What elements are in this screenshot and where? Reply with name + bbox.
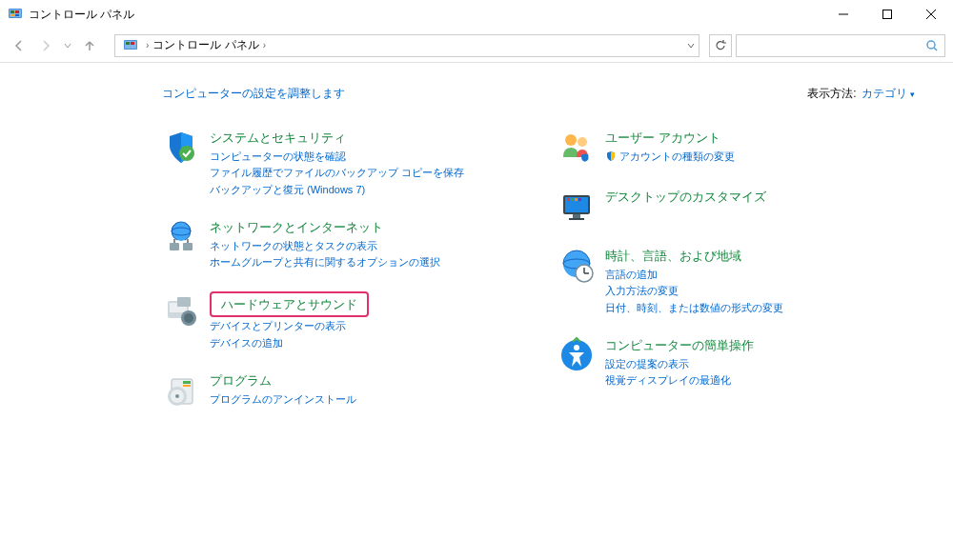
category-link[interactable]: デバイスの追加 [210,335,369,351]
svg-rect-40 [567,198,570,201]
svg-point-16 [179,146,194,161]
category-item: システムとセキュリティコンピューターの状態を確認ファイル履歴でファイルのバックア… [162,129,519,197]
svg-rect-42 [575,198,578,201]
search-input[interactable] [742,39,925,52]
category-title[interactable]: システムとセキュリティ [210,129,464,148]
app-icon [8,7,23,22]
svg-point-14 [927,41,935,49]
category-item: ハードウェアとサウンドデバイスとプリンターの表示デバイスの追加 [162,291,519,351]
chevron-right-icon: › [263,40,266,50]
uac-shield-icon [605,150,619,162]
refresh-button[interactable] [709,34,732,57]
close-button[interactable] [909,0,953,29]
category-item: コンピューターの簡単操作設定の提案の表示視覚ディスプレイの最適化 [558,336,915,389]
category-title[interactable]: 時計、言語、および地域 [605,247,783,266]
svg-rect-33 [183,385,191,387]
category-title[interactable]: ハードウェアとサウンド [210,291,369,318]
search-icon [925,39,939,52]
category-title[interactable]: デスクトップのカスタマイズ [605,188,766,207]
svg-rect-3 [15,10,19,13]
recent-dropdown[interactable] [61,34,74,57]
category-item: ユーザー アカウントアカウントの種類の変更 [558,129,915,167]
category-link[interactable]: 設定の提案の表示 [605,356,754,372]
svg-rect-5 [15,14,19,16]
window-title: コントロール パネル [29,7,821,23]
category-link[interactable]: プログラムのアンインストール [210,391,356,408]
breadcrumb-item[interactable]: コントロール パネル [152,37,258,53]
category-link[interactable]: 言語の追加 [605,267,783,283]
search-box[interactable] [736,34,945,57]
category-title[interactable]: プログラム [210,371,356,390]
users-icon [558,129,596,167]
hardware-icon [162,291,200,330]
svg-rect-13 [131,42,134,45]
svg-line-15 [934,48,937,50]
control-panel-icon [123,38,138,53]
category-link[interactable]: バックアップと復元 (Windows 7) [210,182,464,198]
svg-point-26 [184,313,193,323]
category-link[interactable]: アカウントの種類の変更 [605,149,735,165]
network-icon [162,218,200,256]
chevron-down-icon[interactable] [687,42,695,50]
category-title[interactable]: コンピューターの簡単操作 [605,336,754,355]
svg-point-50 [574,345,579,350]
clock-icon [558,247,596,285]
access-icon [558,336,596,374]
maximize-button[interactable] [865,0,909,29]
svg-rect-20 [183,243,193,250]
svg-rect-41 [571,198,574,201]
back-button[interactable] [8,34,30,57]
svg-rect-39 [569,218,584,220]
svg-rect-32 [183,381,191,384]
category-link[interactable]: ホームグループと共有に関するオプションの選択 [210,254,440,270]
view-mode-label: 表示方法: [807,86,856,102]
category-item: デスクトップのカスタマイズ [558,188,915,226]
view-mode-dropdown[interactable]: カテゴリ [862,86,915,102]
category-link[interactable]: コンピューターの状態を確認 [210,149,464,165]
svg-rect-43 [578,198,581,201]
category-item: 時計、言語、および地域言語の追加入力方法の変更日付、時刻、または数値の形式の変更 [558,247,915,315]
category-link[interactable]: 日付、時刻、または数値の形式の変更 [605,300,783,316]
category-item: ネットワークとインターネットネットワークの状態とタスクの表示ホームグループと共有… [162,218,519,270]
svg-rect-19 [170,243,179,250]
forward-button[interactable] [34,34,57,57]
programs-icon [162,371,200,410]
category-link[interactable]: ファイル履歴でファイルのバックアップ コピーを保存 [210,165,464,181]
category-link[interactable]: デバイスとプリンターの表示 [210,318,369,334]
category-title[interactable]: ネットワークとインターネット [210,218,440,237]
svg-rect-27 [177,297,191,307]
svg-rect-12 [126,42,130,45]
svg-point-34 [565,134,577,146]
category-link[interactable]: ネットワークの状態とタスクの表示 [210,238,440,254]
breadcrumb[interactable]: › コントロール パネル › [114,34,700,57]
svg-rect-7 [883,10,892,19]
category-title[interactable]: ユーザー アカウント [605,129,735,148]
desktop-icon [558,188,596,226]
category-link[interactable]: 入力方法の変更 [605,283,783,299]
page-title: コンピューターの設定を調整します [162,86,345,102]
svg-rect-2 [10,10,14,13]
category-link[interactable]: 視覚ディスプレイの最適化 [605,372,754,389]
shield-icon [162,129,200,167]
svg-point-35 [578,137,587,147]
chevron-right-icon: › [146,40,149,50]
minimize-button[interactable] [821,0,865,29]
up-button[interactable] [78,34,101,57]
svg-point-31 [175,394,179,398]
category-item: プログラムプログラムのアンインストール [162,371,519,410]
svg-rect-38 [573,214,580,218]
svg-rect-4 [10,14,14,16]
